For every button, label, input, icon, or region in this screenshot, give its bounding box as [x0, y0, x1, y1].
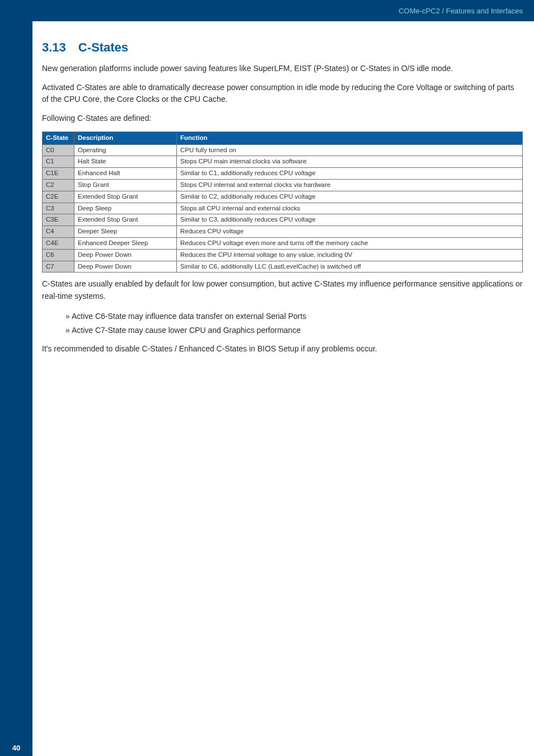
cell-state: C4	[43, 226, 74, 238]
bullet-list: » Active C6-State may influence data tra…	[42, 309, 523, 337]
cell-func: Similar to C2, additionally reduces CPU …	[177, 191, 523, 203]
cell-desc: Stop Grant	[74, 179, 177, 191]
cell-state: C3E	[43, 214, 74, 226]
table-row: C2E Extended Stop Grant Similar to C2, a…	[43, 191, 523, 203]
top-header-bar: COMe-cPC2 / Features and Interfaces	[0, 0, 534, 21]
cell-desc: Extended Stop Grant	[74, 214, 177, 226]
cell-desc: Extended Stop Grant	[74, 191, 177, 203]
table-row: C1E Enhanced Halt Similar to C1, additio…	[43, 168, 523, 180]
col-header-state: C-State	[43, 132, 74, 144]
cell-state: C4E	[43, 237, 74, 249]
cell-desc: Deep Sleep	[74, 203, 177, 214]
after-table-paragraph-2: It's recommended to disable C-States / E…	[42, 343, 523, 355]
cell-state: C2	[43, 179, 74, 191]
cell-state: C0	[43, 144, 74, 156]
section-title: C-States	[78, 40, 128, 54]
table-row: C3E Extended Stop Grant Similar to C3, a…	[43, 214, 523, 226]
table-row: C1 Halt State Stops CPU main internal cl…	[43, 156, 523, 168]
cell-func: Similar to C1, additionally reduces CPU …	[177, 168, 523, 180]
cell-func: Reduces the CPU internal voltage to any …	[177, 249, 523, 261]
cell-func: Reduces CPU voltage	[177, 226, 523, 238]
cell-desc: Operating	[74, 144, 177, 156]
table-row: C0 Operating CPU fully turned on	[43, 144, 523, 156]
cell-state: C3	[43, 203, 74, 214]
table-body: C0 Operating CPU fully turned on C1 Halt…	[43, 144, 523, 273]
list-item: » Active C6-State may influence data tra…	[42, 309, 523, 323]
cell-desc: Halt State	[74, 156, 177, 168]
page: COMe-cPC2 / Features and Interfaces 3.13…	[0, 0, 534, 756]
cell-func: Stops all CPU internal and external cloc…	[177, 203, 523, 214]
intro-paragraph-1: New generation platforms include power s…	[42, 63, 523, 75]
cell-func: Similar to C3, additionally reduces CPU …	[177, 214, 523, 226]
breadcrumb: COMe-cPC2 / Features and Interfaces	[399, 0, 523, 21]
cell-desc: Deep Power Down	[74, 249, 177, 261]
section-number: 3.13	[42, 40, 66, 55]
cell-func: Similar to C6, additionally LLC (LastLev…	[177, 261, 523, 273]
cell-state: C2E	[43, 191, 74, 203]
list-item: » Active C7-State may cause lower CPU an…	[42, 323, 523, 337]
cell-desc: Deeper Sleep	[74, 226, 177, 238]
after-table-paragraph-1: C-States are usually enabled by default …	[42, 278, 523, 302]
cell-desc: Deep Power Down	[74, 261, 177, 273]
cell-desc: Enhanced Halt	[74, 168, 177, 180]
page-number: 40	[0, 739, 32, 756]
cell-desc: Enhanced Deeper Sleep	[74, 237, 177, 249]
table-row: C7 Deep Power Down Similar to C6, additi…	[43, 261, 523, 273]
cell-func: Reduces CPU voltage even more and turns …	[177, 237, 523, 249]
content-area: 3.13C-States New generation platforms in…	[42, 40, 523, 362]
table-row: C6 Deep Power Down Reduces the CPU inter…	[43, 249, 523, 261]
cell-state: C1	[43, 156, 74, 168]
table-row: C4E Enhanced Deeper Sleep Reduces CPU vo…	[43, 237, 523, 249]
cell-state: C1E	[43, 168, 74, 180]
cell-func: Stops CPU internal and external clocks v…	[177, 179, 523, 191]
table-header-row: C-State Description Function	[43, 132, 523, 144]
col-header-desc: Description	[74, 132, 177, 144]
table-row: C2 Stop Grant Stops CPU internal and ext…	[43, 179, 523, 191]
left-accent-bar	[0, 0, 32, 756]
col-header-func: Function	[177, 132, 523, 144]
section-heading: 3.13C-States	[42, 40, 523, 55]
cell-func: CPU fully turned on	[177, 144, 523, 156]
table-row: C3 Deep Sleep Stops all CPU internal and…	[43, 203, 523, 214]
cell-state: C6	[43, 249, 74, 261]
table-row: C4 Deeper Sleep Reduces CPU voltage	[43, 226, 523, 238]
cstates-table: C-State Description Function C0 Operatin…	[42, 132, 523, 273]
cell-func: Stops CPU main internal clocks via softw…	[177, 156, 523, 168]
intro-paragraph-3: Following C-States are defined:	[42, 112, 523, 125]
cell-state: C7	[43, 261, 74, 273]
intro-paragraph-2: Activated C-States are able to dramatica…	[42, 82, 523, 106]
